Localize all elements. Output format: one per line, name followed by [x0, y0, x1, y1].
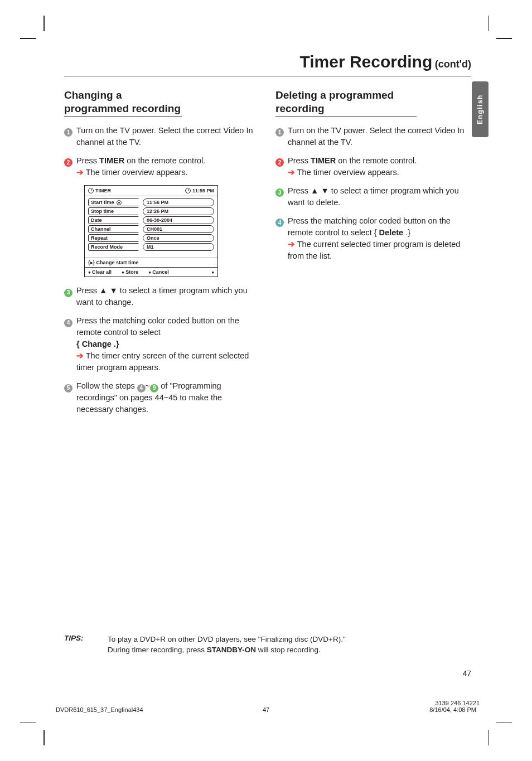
step-2: 2 Press TIMER on the remote control. ➔ T…	[275, 155, 471, 178]
timer-foot-cancel: Cancel	[148, 269, 169, 275]
step-4: 4 Press the matching color coded button …	[64, 315, 260, 374]
language-label: English	[476, 94, 484, 124]
step-text: Follow the steps 4~9 of "Programming rec…	[76, 380, 260, 415]
timer-row-stop-time: Stop time 12:26 PM	[88, 207, 214, 215]
step-number-icon: 4	[275, 219, 284, 227]
clock-icon	[88, 188, 94, 193]
clock-icon	[185, 188, 191, 193]
step-text: Press ▲ ▼ to select a timer program whic…	[76, 285, 260, 308]
section-title: Changing a programmed recording	[64, 89, 182, 115]
timer-foot-blank	[211, 269, 214, 275]
timer-title: TIMER	[95, 188, 111, 193]
crop-mark	[43, 730, 45, 745]
crop-mark	[20, 38, 36, 39]
language-tab: English	[472, 81, 489, 137]
step-text: Press ▲ ▼ to select a timer program whic…	[288, 185, 471, 209]
timer-row-date: Date 06-30-2004	[88, 216, 214, 224]
crop-mark	[20, 723, 36, 724]
step-5: 5 Follow the steps 4~9 of "Programming r…	[64, 380, 260, 415]
step-text: Press the matching color coded button on…	[288, 215, 471, 262]
crop-mark	[496, 723, 512, 724]
section-heading-change: Changing a programmed recording	[64, 89, 182, 117]
step-2: 2 Press TIMER on the remote control. ➔ T…	[64, 155, 260, 178]
step-number-icon: 1	[64, 128, 72, 137]
timer-screenshot: TIMER 11:55 PM Start time 11:56 PM Stop …	[84, 185, 218, 278]
timer-row-start-time: Start time 11:56 PM	[88, 198, 214, 206]
section-heading-delete: Deleting a programmed recording	[275, 89, 417, 117]
step-number-icon: 3	[275, 188, 284, 197]
step-number-icon: 5	[64, 384, 72, 392]
step-4: 4 Press the matching color coded button …	[275, 215, 471, 262]
timer-row-repeat: Repeat Once	[88, 234, 214, 242]
timer-row-channel: Channel CH001	[88, 225, 214, 233]
inline-step-icon: 9	[150, 384, 158, 392]
timer-footer: Clear all Store Cancel	[85, 267, 217, 277]
timer-hint: {▸} Change start time	[85, 258, 217, 267]
step-number-icon: 4	[64, 319, 72, 327]
step-text: Press TIMER on the remote control. ➔ The…	[288, 155, 471, 178]
step-text: Turn on the TV power. Select the correct…	[76, 125, 260, 148]
section-title: Deleting a programmed recording	[275, 89, 417, 115]
arrow-icon: ➔	[76, 351, 84, 360]
title-main: Timer Recording	[299, 52, 432, 71]
step-number-icon: 1	[275, 128, 284, 137]
tips-body: To play a DVD+R on other DVD players, se…	[108, 634, 346, 656]
crop-mark	[488, 16, 489, 31]
footer-date: 8/16/04, 4:08 PM	[429, 706, 476, 713]
tips-block: TIPS: To play a DVD+R on other DVD playe…	[64, 634, 471, 656]
footer-partno: 3139 246 14221	[435, 700, 480, 706]
timer-foot-clear: Clear all	[88, 269, 112, 275]
page-number: 47	[462, 669, 471, 678]
page-title: Timer Recording (cont'd)	[64, 52, 471, 76]
step-number-icon: 3	[64, 289, 72, 297]
arrow-icon: ➔	[76, 168, 84, 177]
crop-mark	[488, 730, 489, 745]
arrow-icon: ➔	[288, 240, 295, 249]
tips-label: TIPS:	[64, 634, 92, 656]
crop-mark	[496, 38, 512, 39]
step-text: Turn on the TV power. Select the correct…	[288, 125, 471, 148]
selected-dot-icon	[117, 200, 122, 205]
step-text: Press TIMER on the remote control. ➔ The…	[76, 155, 260, 178]
timer-clock: 11:55 PM	[192, 188, 214, 193]
step-number-icon: 2	[275, 158, 284, 167]
step-1: 1 Turn on the TV power. Select the corre…	[64, 125, 260, 148]
arrow-icon: ➔	[288, 168, 295, 177]
footer-file: DVDR610_615_37_Engfinal434	[56, 706, 143, 713]
step-3: 3 Press ▲ ▼ to select a timer program wh…	[275, 185, 471, 209]
timer-row-record-mode: Record Mode M1	[88, 243, 214, 251]
crop-mark	[43, 16, 45, 31]
step-number-icon: 2	[64, 158, 72, 167]
step-3: 3 Press ▲ ▼ to select a timer program wh…	[64, 285, 260, 308]
timer-foot-store: Store	[122, 269, 138, 275]
inline-step-icon: 4	[137, 384, 146, 392]
footer-page: 47	[263, 706, 269, 713]
print-footer: DVDR610_615_37_Engfinal434 47 8/16/04, 4…	[56, 706, 476, 713]
step-text: Press the matching color coded button on…	[76, 315, 260, 374]
step-1: 1 Turn on the TV power. Select the corre…	[275, 125, 471, 148]
title-suffix: (cont'd)	[435, 59, 471, 70]
